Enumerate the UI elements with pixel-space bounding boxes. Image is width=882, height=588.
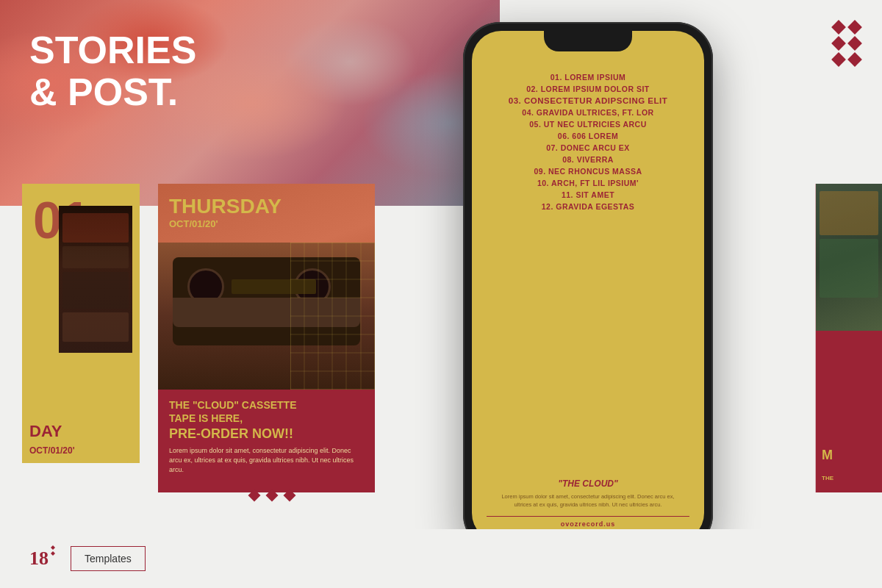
diamond-3 (831, 36, 846, 51)
track-6: 06. 606 LOREM (558, 132, 618, 140)
hero-title-line2: & POST. (29, 71, 196, 113)
bottom-bar: 18 Templates (0, 529, 882, 588)
track-4: 04. GRAVIDA ULTRICES, FT. LOR (522, 108, 653, 117)
track-3: 03. CONSECTETUR ADIPSCING ELIT (509, 96, 668, 105)
main-container: STORIES & POST. 01 DAY OCT/01/20' TH (0, 0, 882, 588)
hero-title: STORIES & POST. (29, 29, 196, 113)
story-inner-image (59, 206, 132, 353)
track-12: 12. GRAVIDA EGESTAS (542, 202, 635, 211)
diamond-1 (831, 20, 846, 35)
tracklist: 01. LOREM IPSIUM 02. LOREM IPSIUM DOLOR … (487, 64, 689, 467)
center-diamond-1 (248, 490, 261, 502)
brand-number: 18 (29, 544, 56, 574)
track-8: 08. VIVERRA (562, 155, 614, 164)
track-9: 09. NEC RHONCUS MASSA (534, 167, 642, 176)
album-info: "THE CLOUD" Lorem ipsum dolor sit amet, … (487, 478, 689, 509)
right-card-image (816, 184, 882, 331)
cassette-promo-cta: PRE-ORDER NOW!! (169, 426, 364, 442)
track-7: 07. DONEC ARCU EX (546, 143, 630, 152)
cassette-promo-line2: TAPE IS HERE, (169, 412, 364, 425)
track-11: 11. SIT AMET (562, 190, 614, 199)
center-diamond-3 (284, 490, 296, 502)
story-day-label: DAY (29, 422, 62, 441)
story-card-left: 01 DAY OCT/01/20' (22, 184, 140, 463)
album-desc: Lorem ipsum dolor sit amet, consectetur … (494, 493, 682, 509)
diamond-2 (847, 20, 862, 35)
cassette-promo-line1: THE "CLOUD" CASSETTE (169, 398, 364, 412)
cassette-header: THURSDAY OCT/01/20' (169, 195, 282, 229)
phone-screen: 01. LOREM IPSIUM 02. LOREM IPSIUM DOLOR … (472, 31, 704, 542)
track-2: 02. LOREM IPSIUM DOLOR SIT (526, 85, 650, 93)
diamonds-center (250, 491, 294, 500)
phone-notch (544, 31, 632, 51)
cassette-bottom: THE "CLOUD" CASSETTE TAPE IS HERE, PRE-O… (158, 390, 375, 492)
center-diamond-2 (266, 490, 279, 502)
phone-website: ovozrecord.us (487, 520, 689, 528)
cassette-date: OCT/01/20' (169, 218, 282, 229)
torn-edge (22, 459, 140, 463)
phone-divider (487, 516, 689, 517)
hero-image: STORIES & POST. (0, 0, 500, 206)
right-card-label: THE (822, 475, 878, 481)
cassette-day: THURSDAY (169, 195, 282, 218)
diamond-5 (831, 52, 846, 67)
right-card: M THE (816, 184, 882, 492)
phone-content: 01. LOREM IPSIUM 02. LOREM IPSIUM DOLOR … (472, 31, 704, 542)
diamonds-top-right (833, 22, 860, 65)
track-5: 05. UT NEC ULTRICIES ARCU (529, 120, 647, 129)
brand-icon: 18 (29, 544, 56, 574)
track-1: 01. LOREM IPSIUM (551, 73, 626, 82)
album-title: "THE CLOUD" (494, 478, 682, 489)
right-card-m: M (822, 448, 833, 463)
diamond-6 (847, 52, 862, 67)
cassette-card: THURSDAY OCT/01/20' (158, 184, 375, 492)
phone-outer: 01. LOREM IPSIUM 02. LOREM IPSIUM DOLOR … (463, 22, 713, 551)
cassette-promo-text: Lorem ipsum dolor sit amet, consectetur … (169, 446, 364, 474)
diamond-4 (847, 36, 862, 51)
svg-marker-14 (51, 545, 55, 550)
hero-title-line1: STORIES (29, 29, 196, 71)
templates-label: Templates (85, 553, 132, 564)
svg-text:18: 18 (29, 548, 49, 569)
phone-mockup: 01. LOREM IPSIUM 02. LOREM IPSIUM DOLOR … (463, 22, 713, 551)
svg-marker-15 (51, 551, 55, 556)
templates-badge: Templates (71, 546, 146, 571)
story-date-label: OCT/01/20' (29, 445, 75, 456)
track-10: 10. ARCH, FT LIL IPSIUM' (537, 179, 639, 187)
